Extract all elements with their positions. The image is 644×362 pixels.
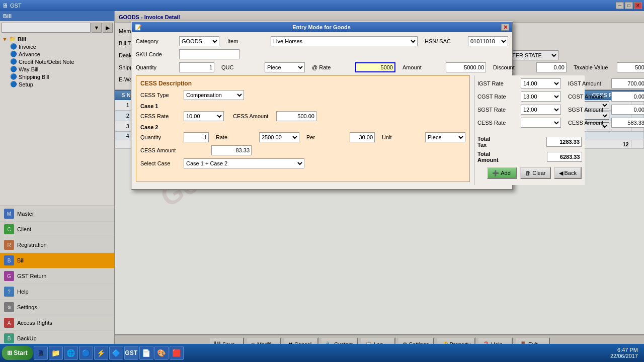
quantity-c2-label: Quantity: [140, 134, 181, 140]
cess-case1-row: CESS Rate 10.00 CESS Amount: [140, 111, 465, 121]
total-amount-input: [547, 152, 582, 162]
close-button[interactable]: ✕: [634, 2, 642, 9]
add-button[interactable]: ➕ Add: [487, 167, 517, 179]
per-label: Per: [306, 134, 347, 140]
unit-label: Unit: [382, 134, 422, 140]
item-select[interactable]: Live Horses: [271, 36, 418, 46]
minimize-button[interactable]: ─: [616, 2, 624, 9]
start-button[interactable]: ⊞ Start: [2, 346, 33, 360]
igst-rate-select[interactable]: 14.00: [521, 78, 561, 88]
entry-mode-modal: 📝 Entry Mode for Goods ✕ Category GOODS …: [131, 21, 513, 190]
cgst-rate-label: CGST Rate: [477, 94, 518, 100]
sgst-rate-select[interactable]: 12.00: [521, 105, 561, 115]
quantity-c2-input[interactable]: [184, 132, 209, 142]
modal-close-button[interactable]: ✕: [501, 24, 509, 31]
quc-label-modal: QUC: [221, 64, 262, 70]
quc-select[interactable]: Piece: [265, 62, 305, 72]
quantity-input[interactable]: [179, 62, 214, 72]
modal-title-bar: 📝 Entry Mode for Goods ✕: [132, 22, 512, 32]
taskbar-icon-1[interactable]: 🖥: [34, 346, 48, 360]
add-label: Add: [501, 170, 511, 176]
modal-content: Category GOODS Item Live Horses HSN/ SAC…: [132, 32, 512, 189]
case1-label: Case 1: [140, 103, 465, 109]
cess-desc-title: CESS Description: [140, 80, 465, 87]
taskbar-icon-6[interactable]: 🔷: [109, 346, 123, 360]
cess-type-row: CESS Type Compensation: [140, 90, 465, 100]
cgst-rate-select[interactable]: 13.00: [521, 92, 561, 102]
igst-amount-input[interactable]: [611, 78, 644, 88]
cess-amount-input[interactable]: [276, 111, 316, 121]
rate-c2-select[interactable]: 2500.00: [259, 132, 299, 142]
discount-label-modal: Discount: [493, 64, 533, 70]
cess-rate-rp-select[interactable]: [521, 118, 561, 128]
rate-label-modal: @ Rate: [312, 64, 352, 70]
rate-input[interactable]: [355, 62, 395, 72]
amount-input[interactable]: [446, 62, 486, 72]
modal-row-cat-item: Category GOODS Item Live Horses HSN/ SAC…: [136, 36, 508, 46]
per-input[interactable]: [350, 132, 375, 142]
igst-amount-label: IGST Amount: [568, 80, 608, 86]
taskbar-icon-3[interactable]: 🌐: [64, 346, 78, 360]
taxable-value-label: Taxable Value: [574, 64, 614, 70]
category-select[interactable]: GOODS: [179, 36, 219, 46]
cess-amount-c2-input[interactable]: [211, 145, 252, 155]
select-case-label: Select Case: [140, 160, 181, 166]
cess-amount-c2-row: CESS Amount: [140, 145, 465, 155]
total-tax-input: [546, 137, 582, 147]
title-bar-text: GST: [10, 3, 22, 9]
hsn-sac-select[interactable]: 01011010: [468, 36, 508, 46]
taskbar-icon-7[interactable]: 📄: [139, 346, 153, 360]
taskbar-icon-9[interactable]: 🟥: [170, 346, 184, 360]
total-tax-row: Total Tax: [477, 136, 582, 148]
cgst-amount-input[interactable]: [611, 92, 644, 102]
back-label: Back: [565, 170, 577, 176]
cess-rate-select[interactable]: 10.00: [184, 111, 224, 121]
cess-rate-label: CESS Rate: [140, 113, 181, 119]
total-tax-label: Total Tax: [477, 136, 498, 148]
igst-rate-label: IGST Rate: [477, 80, 518, 86]
title-bar-left: 🖥 GST: [2, 2, 22, 9]
date-display: 22/06/2017: [610, 353, 638, 359]
right-panel: IGST Rate 14.00 IGST Amount CGST Rate 13…: [474, 75, 585, 185]
cess-case2-row: Quantity Rate 2500.00 Per Unit Piece: [140, 132, 465, 142]
taskbar-icon-4[interactable]: 🔵: [79, 346, 93, 360]
cess-amount-rp-input[interactable]: [611, 118, 644, 128]
select-case-select[interactable]: Case 1 + Case 2: [184, 158, 304, 168]
taskbar-time: 6:47 PM 22/06/2017: [610, 347, 642, 359]
cess-amount-label: CESS Amount: [233, 113, 273, 119]
taskbar-icon-5[interactable]: ⚡: [94, 346, 108, 360]
cess-type-label: CESS Type: [140, 92, 181, 98]
case2-label: Case 2: [140, 124, 465, 130]
taskbar-icon-2[interactable]: 📁: [49, 346, 63, 360]
cess-section: CESS Description CESS Type Compensation …: [136, 75, 470, 182]
cess-type-select[interactable]: Compensation: [184, 90, 244, 100]
taxable-value-input[interactable]: [617, 62, 644, 72]
total-amount-label: Total Amount: [477, 151, 499, 163]
clear-icon: 🗑: [525, 170, 531, 176]
modal-overlay: 📝 Entry Mode for Goods ✕ Category GOODS …: [0, 11, 644, 344]
sku-code-input[interactable]: [179, 49, 239, 59]
add-icon: ➕: [492, 170, 499, 176]
discount-input[interactable]: [536, 62, 567, 72]
clear-label: Clear: [532, 170, 545, 176]
cess-rate-rp-label: CESS Rate: [477, 120, 518, 126]
sgst-amount-input[interactable]: [611, 105, 644, 115]
back-button[interactable]: ◀ Back: [554, 167, 582, 179]
modal-row-sku: SKU Code: [136, 49, 508, 59]
title-bar-controls: ─ □ ✕: [616, 2, 642, 9]
sku-code-label: SKU Code: [136, 51, 176, 57]
amount-label-modal: Amount: [403, 64, 443, 70]
hsn-sac-label: HSN/ SAC: [425, 38, 465, 44]
title-bar: 🖥 GST ─ □ ✕: [0, 0, 644, 11]
quantity-label-modal: Quantity: [136, 64, 176, 70]
sgst-rate-label: SGST Rate: [477, 107, 518, 113]
cess-amount-c2-label: CESS Amount: [140, 147, 181, 153]
modal-row-qty: Quantity QUC Piece @ Rate Amount Discoun…: [136, 62, 508, 72]
maximize-button[interactable]: □: [625, 2, 633, 9]
taskbar-icon-gst[interactable]: GST: [124, 346, 138, 360]
modal-title-text: Entry Mode for Goods: [292, 24, 351, 30]
unit-select[interactable]: Piece: [425, 132, 465, 142]
taskbar-icon-8[interactable]: 🎨: [154, 346, 169, 360]
clear-button[interactable]: 🗑 Clear: [520, 167, 550, 179]
cgst-amount-label: CGST Amount: [568, 94, 608, 100]
